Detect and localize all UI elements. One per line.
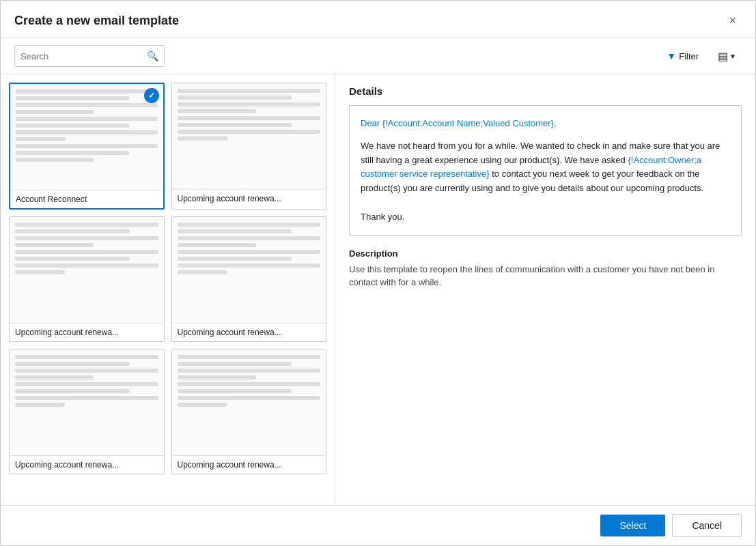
template-preview bbox=[10, 349, 164, 455]
select-button[interactable]: Select bbox=[600, 515, 665, 536]
preview-line bbox=[15, 270, 65, 274]
preview-line bbox=[178, 369, 321, 373]
cancel-button[interactable]: Cancel bbox=[672, 514, 742, 537]
preview-line bbox=[178, 355, 321, 359]
template-name: Upcoming account renewa... bbox=[172, 323, 326, 341]
preview-line bbox=[178, 382, 321, 386]
preview-line bbox=[178, 270, 227, 274]
email-preview-box: Dear {!Account:Account Name;Valued Custo… bbox=[349, 105, 742, 236]
toolbar: 🔍 ▼ Filter ▤ ▼ bbox=[1, 38, 755, 74]
preview-line bbox=[15, 236, 158, 240]
email-greeting: Dear {!Account:Account Name;Valued Custo… bbox=[361, 117, 730, 131]
description-text: Use this template to reopen the lines of… bbox=[349, 263, 742, 289]
preview-line bbox=[178, 389, 292, 393]
preview-line bbox=[178, 102, 321, 106]
preview-line bbox=[178, 222, 321, 227]
preview-line bbox=[15, 243, 94, 247]
template-preview: ✓ bbox=[10, 84, 163, 190]
preview-line bbox=[16, 137, 66, 141]
selected-checkmark: ✓ bbox=[144, 88, 159, 103]
preview-line bbox=[178, 250, 321, 254]
preview-line bbox=[15, 229, 130, 233]
preview-line bbox=[178, 375, 256, 379]
details-title: Details bbox=[349, 85, 742, 97]
content-area: ✓Account ReconnectUpcoming account renew… bbox=[1, 74, 755, 505]
preview-line bbox=[15, 382, 158, 386]
template-name: Upcoming account renewa... bbox=[172, 455, 326, 474]
filter-icon: ▼ bbox=[667, 51, 676, 61]
preview-line bbox=[15, 257, 130, 261]
search-icon: 🔍 bbox=[147, 51, 158, 61]
search-input[interactable] bbox=[20, 51, 147, 61]
preview-line bbox=[16, 130, 158, 134]
template-preview bbox=[172, 217, 326, 323]
preview-line bbox=[178, 396, 321, 400]
preview-line bbox=[178, 362, 292, 366]
template-name: Upcoming account renewa... bbox=[10, 323, 164, 341]
template-card-upcoming-renewal-3[interactable]: Upcoming account renewa... bbox=[171, 216, 327, 342]
preview-line bbox=[15, 396, 158, 400]
template-card-upcoming-renewal-5[interactable]: Upcoming account renewa... bbox=[171, 349, 327, 474]
preview-line bbox=[178, 109, 256, 113]
preview-line bbox=[178, 130, 321, 134]
preview-line bbox=[16, 144, 158, 148]
dialog-title: Create a new email template bbox=[14, 14, 179, 28]
preview-line bbox=[16, 117, 158, 121]
preview-line bbox=[15, 355, 158, 359]
template-card-upcoming-renewal-2[interactable]: Upcoming account renewa... bbox=[9, 216, 165, 342]
template-name: Account Reconnect bbox=[10, 190, 163, 208]
template-card-upcoming-renewal-1[interactable]: Upcoming account renewa... bbox=[171, 83, 327, 210]
dialog-footer: Select Cancel bbox=[1, 505, 755, 545]
preview-line bbox=[178, 229, 292, 233]
chevron-down-icon: ▼ bbox=[729, 53, 736, 60]
grid-view-icon: ▤ bbox=[718, 50, 728, 63]
preview-line bbox=[16, 96, 129, 100]
preview-line bbox=[178, 403, 227, 407]
search-box: 🔍 bbox=[14, 45, 165, 67]
template-preview bbox=[172, 349, 326, 455]
details-panel: Details Dear {!Account:Account Name;Valu… bbox=[335, 74, 755, 505]
preview-line bbox=[178, 243, 256, 247]
create-email-template-dialog: Create a new email template × 🔍 ▼ Filter… bbox=[0, 0, 756, 546]
preview-line bbox=[16, 103, 158, 107]
preview-line bbox=[16, 110, 94, 114]
dialog-header: Create a new email template × bbox=[1, 1, 755, 38]
preview-line bbox=[178, 136, 227, 141]
preview-line bbox=[15, 369, 158, 373]
template-preview bbox=[10, 217, 164, 323]
email-greeting-text: Dear {!Account:Account Name;Valued Custo… bbox=[361, 118, 557, 128]
template-name: Upcoming account renewa... bbox=[10, 455, 164, 474]
close-button[interactable]: × bbox=[723, 12, 742, 29]
filter-button[interactable]: ▼ Filter bbox=[661, 48, 704, 64]
preview-line bbox=[15, 389, 130, 393]
toolbar-right: ▼ Filter ▤ ▼ bbox=[661, 47, 742, 66]
preview-line bbox=[15, 250, 158, 254]
preview-line bbox=[178, 96, 292, 100]
preview-line bbox=[15, 222, 158, 227]
view-toggle-button[interactable]: ▤ ▼ bbox=[712, 47, 742, 66]
preview-line bbox=[15, 362, 130, 366]
email-body: We have not heard from you for a while. … bbox=[361, 139, 730, 196]
description-title: Description bbox=[349, 248, 742, 259]
preview-line bbox=[178, 123, 292, 127]
preview-line bbox=[178, 116, 321, 120]
template-card-upcoming-renewal-4[interactable]: Upcoming account renewa... bbox=[9, 349, 165, 474]
email-thanks: Thank you. bbox=[361, 210, 730, 225]
preview-line bbox=[178, 236, 321, 240]
template-name: Upcoming account renewa... bbox=[172, 189, 326, 207]
template-preview bbox=[172, 83, 326, 189]
preview-line bbox=[178, 257, 292, 261]
preview-line bbox=[16, 158, 94, 162]
filter-label: Filter bbox=[679, 51, 699, 61]
template-card-account-reconnect[interactable]: ✓Account Reconnect bbox=[9, 83, 165, 210]
preview-line bbox=[16, 89, 158, 94]
preview-line bbox=[178, 263, 321, 268]
template-list: ✓Account ReconnectUpcoming account renew… bbox=[1, 74, 335, 505]
preview-line bbox=[16, 151, 129, 155]
preview-line bbox=[15, 375, 94, 379]
preview-line bbox=[15, 403, 65, 407]
preview-line bbox=[178, 89, 321, 93]
preview-line bbox=[16, 124, 129, 128]
preview-line bbox=[15, 263, 158, 268]
